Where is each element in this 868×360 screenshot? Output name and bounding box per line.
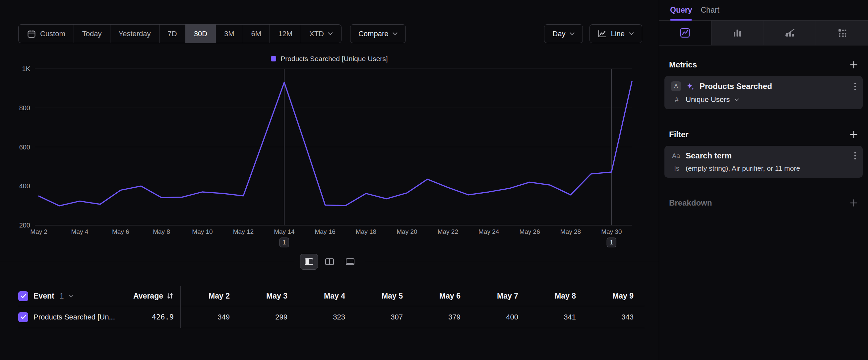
visualization-tabs bbox=[659, 21, 868, 46]
x-tick-label: May 26 bbox=[519, 228, 540, 235]
value-cell: 341 bbox=[527, 306, 585, 328]
value-cell: 349 bbox=[181, 306, 238, 328]
date-range-toolbar: CustomTodayYesterday7D30D3M6M12MXTD Comp… bbox=[18, 24, 406, 43]
event-menu-chevron-icon[interactable] bbox=[69, 295, 73, 298]
date-column-header[interactable]: May 6 bbox=[411, 286, 469, 306]
x-tick-label: May 18 bbox=[356, 228, 376, 235]
add-metric-button[interactable] bbox=[849, 60, 858, 69]
filter-heading: Filter bbox=[669, 130, 689, 139]
date-column-header[interactable]: May 4 bbox=[296, 286, 354, 306]
add-filter-button[interactable] bbox=[849, 130, 858, 139]
filter-operator[interactable]: Is bbox=[672, 165, 681, 172]
bar-chart-icon bbox=[732, 28, 743, 38]
split-horizontal-button[interactable] bbox=[300, 254, 318, 270]
sidebar-tabs: Query Chart bbox=[659, 0, 868, 21]
stacked-chart-icon bbox=[784, 28, 795, 38]
event-name: Products Searched [Un... bbox=[33, 313, 115, 322]
split-vertical-icon bbox=[325, 258, 334, 266]
range-12m-button[interactable]: 12M bbox=[270, 25, 301, 43]
range-7d-button[interactable]: 7D bbox=[159, 25, 186, 43]
string-property-icon: Aa bbox=[671, 152, 681, 160]
metric-card[interactable]: A Products Searched # Unique Users bbox=[664, 76, 863, 109]
tab-query[interactable]: Query bbox=[670, 0, 692, 20]
range-3m-button[interactable]: 3M bbox=[216, 25, 243, 43]
main-panel: CustomTodayYesterday7D30D3M6M12MXTD Comp… bbox=[0, 0, 659, 360]
metrics-heading: Metrics bbox=[669, 60, 697, 70]
annotation-badge[interactable]: 1 bbox=[607, 238, 616, 247]
split-horizontal-icon bbox=[304, 258, 314, 266]
add-breakdown-button[interactable] bbox=[849, 199, 858, 207]
divider bbox=[0, 262, 294, 262]
table-header-row: Event 1 Average May 2May 3May 4May 5May … bbox=[18, 286, 645, 306]
chevron-down-icon[interactable] bbox=[734, 98, 739, 101]
sort-icon[interactable] bbox=[166, 293, 174, 300]
range-30d-button[interactable]: 30D bbox=[186, 25, 216, 43]
chart-legend: Products Searched [Unique Users] bbox=[0, 55, 659, 62]
range-yesterday-button[interactable]: Yesterday bbox=[111, 25, 159, 43]
average-header-label: Average bbox=[133, 292, 163, 301]
split-view-row bbox=[0, 254, 659, 270]
viz-tab-stacked[interactable] bbox=[764, 21, 816, 45]
series-line bbox=[39, 81, 632, 205]
breakdown-section-header: Breakdown bbox=[664, 198, 863, 207]
results-table: Event 1 Average May 2May 3May 4May 5May … bbox=[18, 286, 645, 328]
aggregation-selector[interactable]: Unique Users bbox=[686, 95, 730, 104]
event-header-cell: Event 1 bbox=[18, 286, 131, 306]
query-sidebar: Query Chart Metrics bbox=[659, 0, 868, 360]
range-custom-button[interactable]: Custom bbox=[19, 25, 74, 43]
filter-property-name: Search term bbox=[686, 151, 849, 160]
line-chart-box-icon bbox=[680, 28, 690, 38]
compare-button[interactable]: Compare bbox=[350, 24, 406, 43]
value-cell: 379 bbox=[411, 306, 469, 328]
date-column-header[interactable]: May 3 bbox=[238, 286, 296, 306]
compare-label: Compare bbox=[359, 30, 388, 38]
date-column-header[interactable]: May 7 bbox=[469, 286, 527, 306]
metric-menu-kebab-icon[interactable] bbox=[854, 82, 856, 91]
filter-card[interactable]: Aa Search term Is (empty string), Air pu… bbox=[664, 146, 863, 178]
viz-tab-line[interactable] bbox=[659, 21, 711, 45]
annotation-badge[interactable]: 1 bbox=[279, 238, 289, 247]
table-row: Products Searched [Un... 426.9 349299323… bbox=[18, 306, 645, 328]
legend-swatch bbox=[271, 56, 276, 61]
viz-tab-bar[interactable] bbox=[711, 21, 764, 45]
viz-tab-pivot[interactable] bbox=[816, 21, 868, 45]
x-tick-label: May 24 bbox=[478, 228, 499, 235]
chevron-down-icon bbox=[569, 32, 575, 35]
check-icon bbox=[21, 294, 26, 298]
split-vertical-button[interactable] bbox=[320, 254, 339, 270]
date-column-header[interactable]: May 5 bbox=[354, 286, 411, 306]
chart-type-label: Line bbox=[611, 30, 625, 38]
row-checkbox[interactable] bbox=[18, 312, 28, 322]
chevron-down-icon bbox=[328, 32, 333, 35]
chevron-down-icon bbox=[629, 32, 634, 35]
granularity-button[interactable]: Day bbox=[544, 24, 583, 43]
event-name-cell: Products Searched [Un... bbox=[18, 306, 131, 328]
tab-chart[interactable]: Chart bbox=[701, 0, 719, 20]
filter-value[interactable]: (empty string), Air purifier, or 11 more bbox=[686, 164, 800, 172]
average-header-cell: Average bbox=[131, 286, 181, 306]
x-tick-label: May 30 bbox=[601, 228, 622, 235]
chart-type-button[interactable]: Line bbox=[589, 24, 642, 43]
range-today-button[interactable]: Today bbox=[74, 25, 111, 43]
filter-menu-kebab-icon[interactable] bbox=[854, 151, 856, 160]
average-value-cell: 426.9 bbox=[131, 306, 181, 328]
check-icon bbox=[21, 315, 26, 319]
date-column-header[interactable]: May 8 bbox=[527, 286, 585, 306]
value-cell: 343 bbox=[585, 306, 642, 328]
y-tick-label: 200 bbox=[19, 222, 30, 229]
select-all-checkbox[interactable] bbox=[18, 291, 28, 301]
value-cell: 307 bbox=[354, 306, 411, 328]
y-tick-label: 1K bbox=[22, 65, 31, 73]
granularity-label: Day bbox=[552, 30, 565, 38]
line-chart: 1K800600400200May 2May 4May 6May 8May 10… bbox=[17, 63, 634, 249]
breakdown-heading: Breakdown bbox=[669, 198, 712, 207]
query-builder: Metrics A Products Searched # Unique Use… bbox=[659, 46, 868, 207]
plus-icon bbox=[849, 60, 858, 69]
chart-only-button[interactable] bbox=[341, 254, 359, 270]
plus-icon bbox=[849, 130, 858, 139]
date-column-header[interactable]: May 9 bbox=[585, 286, 642, 306]
toolbar: CustomTodayYesterday7D30D3M6M12MXTD Comp… bbox=[0, 0, 659, 43]
range-6m-button[interactable]: 6M bbox=[243, 25, 270, 43]
range-xtd-button[interactable]: XTD bbox=[301, 25, 341, 43]
date-column-header[interactable]: May 2 bbox=[181, 286, 238, 306]
